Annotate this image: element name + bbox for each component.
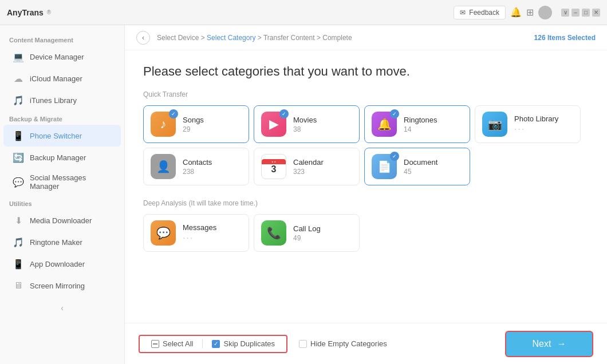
sidebar-item-icloud-manager[interactable]: ☁ iCloud Manager <box>3 68 121 89</box>
breadcrumb-bar: ‹ Select Device > Select Category > Tran… <box>125 25 607 50</box>
step-separator-2: > <box>258 34 263 42</box>
feedback-button[interactable]: ✉ Feedback <box>454 6 506 19</box>
sidebar-item-label: iCloud Manager <box>30 74 82 83</box>
calendar-icon-inner: ▪ ▪ 3 <box>262 159 286 175</box>
contacts-info: Contacts 238 <box>183 158 212 176</box>
items-count: 126 <box>534 34 546 42</box>
backup-manager-icon: 🔄 <box>13 152 24 163</box>
cal-header: ▪ ▪ <box>262 159 286 164</box>
sidebar-item-itunes-library[interactable]: 🎵 iTunes Library <box>3 89 121 111</box>
contacts-count: 238 <box>183 168 212 176</box>
sidebar-item-label: Media Downloader <box>30 216 92 225</box>
messages-icon: 💬 <box>151 220 176 246</box>
chevron-down-btn[interactable]: ∨ <box>561 9 569 17</box>
step-complete: Complete <box>322 34 352 42</box>
sidebar-item-backup-manager[interactable]: 🔄 Backup Manager <box>3 147 121 168</box>
utilities-section: Utilities <box>0 196 124 209</box>
close-btn[interactable]: ✕ <box>592 9 600 17</box>
next-button[interactable]: Next → <box>505 331 593 357</box>
sidebar-item-phone-switcher[interactable]: 📱 Phone Switcher <box>3 125 121 147</box>
messages-name: Messages <box>183 223 216 232</box>
items-selected-badge: 126 Items Selected <box>534 34 596 42</box>
sidebar-item-label: Phone Switcher <box>30 132 82 140</box>
select-all-button[interactable]: Select All <box>151 339 193 348</box>
calllog-count: 49 <box>293 234 321 242</box>
app-downloader-icon: 📱 <box>13 258 24 270</box>
calendar-icon: ▪ ▪ 3 <box>261 154 286 179</box>
page-title: Please select categories that you want t… <box>143 64 589 79</box>
next-label: Next <box>533 339 551 349</box>
media-downloader-icon: ⬇ <box>13 215 24 226</box>
sidebar-item-label: Device Manager <box>30 53 84 61</box>
messages-dots: ··· <box>183 233 216 243</box>
bell-icon[interactable]: 🔔 <box>510 7 522 18</box>
skip-duplicates-label: Skip Duplicates <box>223 339 275 348</box>
document-count: 45 <box>404 168 437 176</box>
main-layout: Content Management 💻 Device Manager ☁ iC… <box>0 25 607 364</box>
sidebar-item-device-manager[interactable]: 💻 Device Manager <box>3 46 121 68</box>
category-calllog[interactable]: 📞 Call Log 49 <box>254 214 360 252</box>
hide-empty-button[interactable]: Hide Empty Categories <box>299 339 387 348</box>
category-photo[interactable]: 📷 Photo Library ··· <box>475 105 581 143</box>
sidebar-item-label: iTunes Library <box>30 96 77 105</box>
app-reg: ® <box>47 9 51 15</box>
avatar-icon[interactable] <box>538 6 552 19</box>
cal-num: 3 <box>271 164 277 175</box>
ringtones-check: ✓ <box>390 109 399 118</box>
songs-count: 29 <box>183 125 204 133</box>
ringtones-info: Ringtones 14 <box>404 116 437 133</box>
quick-transfer-grid: ♪ ✓ Songs 29 ▶ ✓ Movies <box>143 105 589 185</box>
sidebar-item-ringtone-maker[interactable]: 🎵 Ringtone Maker <box>3 231 121 253</box>
feedback-label: Feedback <box>469 9 499 17</box>
divider <box>202 339 203 349</box>
sidebar-item-screen-mirroring[interactable]: 🖥 Screen Mirroring <box>3 275 121 296</box>
window-icon[interactable]: ⊞ <box>526 7 534 18</box>
title-bar-right: ✉ Feedback 🔔 ⊞ ∨ – □ ✕ <box>454 6 600 19</box>
category-ringtones[interactable]: 🔔 ✓ Ringtones 14 <box>364 105 470 143</box>
ringtone-maker-icon: 🎵 <box>13 236 24 248</box>
photo-name: Photo Library <box>514 114 558 123</box>
quick-transfer-label: Quick Transfer <box>143 90 589 98</box>
deep-analysis-label: Deep Analysis (It will take more time.) <box>143 199 589 207</box>
movies-info: Movies 38 <box>293 116 317 133</box>
contacts-icon: 👤 <box>151 154 176 179</box>
back-button[interactable]: ‹ <box>136 31 150 45</box>
category-document[interactable]: 📄 ✓ Document 45 <box>364 148 470 185</box>
photo-dots: ··· <box>514 124 558 134</box>
select-all-group: Select All ✓ Skip Duplicates <box>139 335 287 353</box>
sidebar-item-label: Backup Manager <box>30 153 86 162</box>
phone-switcher-icon: 📱 <box>13 130 24 141</box>
skip-check-icon: ✓ <box>212 340 220 348</box>
sidebar-collapse-btn[interactable]: ‹ <box>0 301 124 315</box>
device-manager-icon: 💻 <box>13 51 24 62</box>
category-contacts[interactable]: 👤 Contacts 238 <box>143 148 249 185</box>
ringtones-name: Ringtones <box>404 116 437 124</box>
mail-icon: ✉ <box>460 9 466 17</box>
sidebar-item-label: App Downloader <box>30 260 85 268</box>
next-arrow-icon: → <box>557 339 566 349</box>
sidebar-item-media-downloader[interactable]: ⬇ Media Downloader <box>3 209 121 231</box>
movies-check: ✓ <box>279 109 289 118</box>
calllog-name: Call Log <box>293 224 321 233</box>
maximize-btn[interactable]: □ <box>582 9 590 17</box>
calendar-count: 323 <box>293 168 324 176</box>
category-calendar[interactable]: ▪ ▪ 3 Calendar 323 <box>254 148 360 185</box>
step-select-device: Select Device <box>157 34 199 42</box>
social-messages-icon: 💬 <box>13 176 24 188</box>
itunes-icon: 🎵 <box>13 94 24 106</box>
category-messages[interactable]: 💬 Messages ··· <box>143 214 249 252</box>
songs-name: Songs <box>183 116 204 124</box>
category-movies[interactable]: ▶ ✓ Movies 38 <box>254 105 360 143</box>
skip-duplicates-button[interactable]: ✓ Skip Duplicates <box>212 339 275 348</box>
select-all-label: Select All <box>163 339 193 348</box>
app-name: AnyTrans <box>7 8 44 17</box>
contacts-name: Contacts <box>183 158 212 167</box>
window-controls: ∨ – □ ✕ <box>561 9 600 17</box>
sidebar-item-social-messages[interactable]: 💬 Social Messages Manager <box>3 168 121 196</box>
sidebar-item-app-downloader[interactable]: 📱 App Downloader <box>3 253 121 275</box>
photo-info: Photo Library ··· <box>514 114 558 134</box>
breadcrumb: ‹ Select Device > Select Category > Tran… <box>136 31 352 45</box>
bottom-left-controls: Select All ✓ Skip Duplicates Hide Empty … <box>139 335 387 353</box>
category-songs[interactable]: ♪ ✓ Songs 29 <box>143 105 249 143</box>
minimize-btn[interactable]: – <box>571 9 580 17</box>
